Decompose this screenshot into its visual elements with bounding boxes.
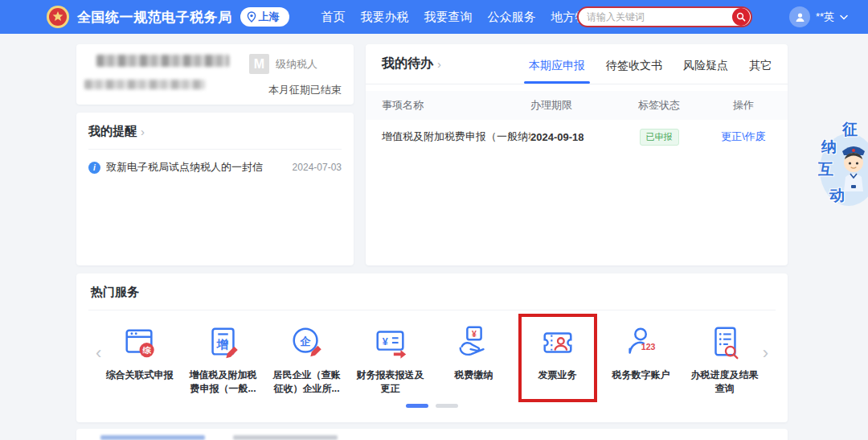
search-box: [577, 6, 752, 27]
services-row: 综 综合关联式申报 增 增值税及附加税费申报（一般... 企: [76, 310, 788, 396]
clipped-text-placeholder: [100, 435, 205, 440]
user-name: **英: [816, 10, 834, 24]
todo-title: 我的待办: [382, 56, 433, 72]
col-item-name: 事项名称: [366, 98, 530, 113]
todo-more-icon[interactable]: ›: [437, 57, 441, 71]
svg-text:企: 企: [299, 335, 311, 347]
clipped-text-placeholder: [233, 435, 338, 440]
reminders-title: 我的提醒: [88, 124, 137, 139]
window-badge-icon: 综: [121, 324, 158, 361]
nav-item-tax-handling[interactable]: 我要办税: [361, 10, 409, 25]
site-title: 全国统一规范电子税务局: [77, 8, 232, 27]
service-tax-payment[interactable]: ¥ 税费缴纳: [436, 324, 513, 396]
credit-letter-badge: M: [249, 54, 269, 74]
chevron-down-icon[interactable]: [840, 14, 848, 20]
partial-next-section: [76, 429, 788, 440]
carousel-next-icon[interactable]: ›: [763, 344, 768, 362]
service-vat-declaration[interactable]: 增 增值税及附加税费申报（一般...: [185, 324, 262, 396]
svg-text:增: 增: [215, 338, 228, 351]
tax-interaction-widget[interactable]: 征 纳 互 动: [817, 119, 868, 209]
tax-officer-mascot-icon: [837, 138, 868, 203]
correct-void-link[interactable]: 更正\作废: [721, 130, 766, 142]
interaction-char: 互: [818, 159, 833, 180]
service-label: 财务报表报送及更正: [355, 368, 426, 396]
search-icon: [736, 12, 746, 22]
person-icon: [794, 11, 806, 23]
todo-item-status: 已申报: [619, 129, 699, 146]
interaction-char: 征: [842, 119, 858, 140]
svg-text:¥: ¥: [472, 329, 477, 339]
service-label: 税务数字账户: [606, 368, 677, 382]
services-header: 热门服务: [76, 273, 788, 310]
credit-rating: M 级纳税人: [249, 54, 317, 74]
service-progress-result-query[interactable]: 办税进度及结果查询: [686, 324, 764, 396]
collection-period-status: 本月征期已结束: [268, 83, 342, 97]
todo-table-header: 事项名称 办理期限 标签状态 操作: [366, 91, 788, 120]
service-label: 增值税及附加税费申报（一般...: [188, 368, 259, 396]
main-nav: 首页 我要办税 我要查询 公众服务 地方特色: [321, 10, 600, 25]
todo-tabs: 本期应申报 待签收文书 风险疑点 其它: [529, 59, 772, 84]
location-selector[interactable]: 上海: [240, 7, 289, 27]
service-invoice-business-highlighted[interactable]: 发票业务: [519, 324, 596, 396]
service-digital-account[interactable]: 123 税务数字账户: [603, 324, 680, 396]
user-avatar[interactable]: [789, 6, 810, 27]
service-resident-enterprise-tax[interactable]: 企 居民企业（查账征收）企业所...: [268, 324, 346, 396]
user-area: **英: [789, 0, 848, 34]
service-label: 综合关联式申报: [104, 368, 175, 382]
hot-services-card: 热门服务 ‹ › 综 综合关联式申报 增: [76, 273, 788, 422]
col-deadline: 办理期限: [530, 98, 619, 113]
todo-table-row: 增值税及附加税费申报（一般纳税人适... 2024-09-18 已申报 更正\作…: [366, 120, 788, 154]
nav-item-public-service[interactable]: 公众服务: [488, 10, 536, 25]
location-label: 上海: [259, 10, 280, 24]
carousel-dot-2[interactable]: [436, 404, 458, 408]
services-title: 热门服务: [91, 285, 139, 300]
hand-pay-icon: ¥: [456, 324, 493, 361]
tab-other[interactable]: 其它: [749, 59, 772, 84]
tab-documents-to-sign[interactable]: 待签收文书: [606, 59, 662, 84]
nav-item-home[interactable]: 首页: [321, 10, 346, 25]
col-status: 标签状态: [619, 98, 699, 113]
reminder-list-item[interactable]: i 致新电子税局试点纳税人的一封信 2024-07-03: [76, 150, 354, 185]
carousel-pagination: [76, 404, 788, 408]
search-input[interactable]: [579, 11, 732, 23]
reminder-text: 致新电子税局试点纳税人的一封信: [106, 160, 293, 175]
reminder-date: 2024-07-03: [293, 162, 342, 173]
tab-risk-points[interactable]: 风险疑点: [683, 59, 728, 84]
tab-current-declaration[interactable]: 本期应申报: [529, 59, 585, 84]
my-reminders-card: 我的提醒 › i 致新电子税局试点纳税人的一封信 2024-07-03: [76, 113, 354, 265]
svg-text:123: 123: [641, 342, 655, 352]
redacted-taxpayer-id: [84, 80, 205, 89]
taxpayer-profile-card: M 级纳税人 本月征期已结束: [76, 44, 354, 105]
reminders-more-icon[interactable]: ›: [141, 125, 145, 138]
national-emblem-logo: [46, 5, 70, 29]
circle-pencil-icon: 企: [289, 324, 326, 361]
etax-portal-page: 全国统一规范电子税务局 上海 首页 我要办税 我要查询 公众服务 地方特色: [0, 0, 868, 440]
doc-search-icon: [706, 324, 743, 361]
todo-item-action-cell: 更正\作废: [699, 130, 788, 144]
service-label: 办税进度及结果查询: [690, 368, 760, 396]
todo-header: 我的待办 › 本期应申报 待签收文书 风险疑点 其它: [366, 44, 788, 84]
report-arrow-icon: ¥: [372, 324, 409, 361]
todo-title-wrap: 我的待办 ›: [382, 56, 441, 84]
invoice-ticket-icon: [539, 324, 576, 361]
todo-item-name: 增值税及附加税费申报（一般纳税人适...: [366, 130, 530, 144]
info-icon: i: [88, 162, 100, 174]
reminders-header: 我的提醒 ›: [76, 113, 354, 149]
person-123-icon: 123: [623, 324, 660, 361]
doc-pencil-icon: 增: [205, 324, 242, 361]
interaction-char: 纳: [821, 137, 837, 158]
service-comprehensive-declaration[interactable]: 综 综合关联式申报: [101, 324, 178, 396]
redacted-taxpayer-name: [96, 55, 229, 67]
carousel-dot-1[interactable]: [406, 404, 428, 408]
service-financial-report[interactable]: ¥ 财务报表报送及更正: [352, 324, 429, 396]
service-label: 税费缴纳: [439, 368, 510, 382]
credit-label: 级纳税人: [276, 57, 317, 72]
service-label: 居民企业（查账征收）企业所...: [272, 368, 342, 396]
search-button[interactable]: [732, 8, 750, 26]
location-pin-icon: [247, 11, 256, 23]
nav-item-query[interactable]: 我要查询: [424, 10, 473, 25]
svg-text:¥: ¥: [382, 336, 387, 347]
top-navigation-bar: 全国统一规范电子税务局 上海 首页 我要办税 我要查询 公众服务 地方特色: [0, 0, 868, 34]
col-action: 操作: [699, 98, 788, 113]
svg-text:综: 综: [141, 346, 151, 355]
